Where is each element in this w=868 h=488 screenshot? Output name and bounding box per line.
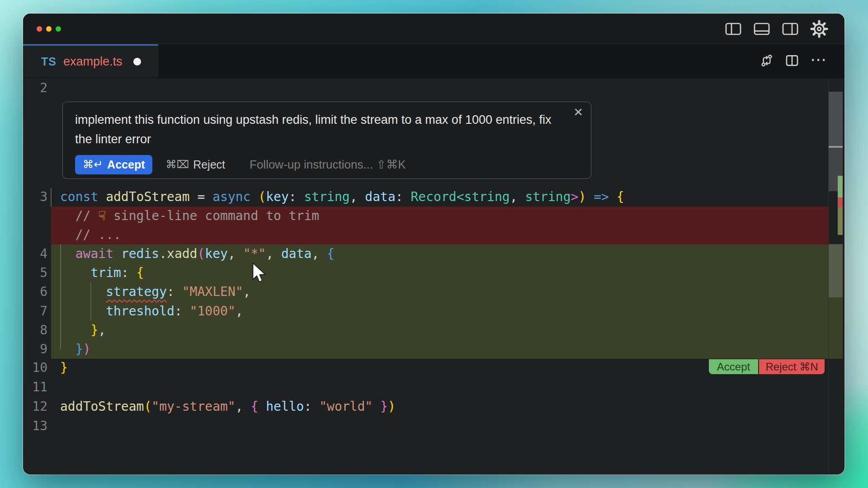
code-token: } [90, 323, 98, 338]
code-token: ) [83, 342, 91, 357]
code-token: ) [388, 399, 396, 414]
unsaved-changes-dot-icon[interactable] [133, 58, 141, 66]
code-token [60, 342, 75, 357]
code-token [60, 323, 90, 338]
code-token [586, 189, 594, 204]
code-token: > [571, 189, 579, 204]
code-token: xadd [167, 246, 197, 261]
code-token [258, 399, 266, 414]
code-token: // [60, 208, 98, 223]
close-icon[interactable]: × [574, 103, 583, 121]
code-token: await [75, 246, 113, 261]
tab-example-ts[interactable]: TS example.ts [23, 44, 158, 77]
code-token: async [212, 189, 250, 204]
layout-sidebar-left-icon[interactable] [725, 22, 742, 36]
code-token: Record [411, 189, 457, 204]
diff-accept-button[interactable]: Accept [709, 359, 758, 374]
code-token: } [75, 342, 83, 357]
code-token: , [311, 246, 327, 261]
diff-reject-button[interactable]: Reject ⌘N [759, 359, 825, 374]
code-token: string [525, 189, 571, 204]
code-line[interactable]: strategy: "MAXLEN", [60, 282, 250, 301]
code-token: , [350, 189, 365, 204]
code-line[interactable]: // ... [60, 225, 121, 244]
overview-ruler-deleted-mark [838, 197, 843, 207]
scrollbar-thumb[interactable] [829, 92, 843, 146]
titlebar-actions [725, 14, 828, 44]
code-token [373, 399, 380, 414]
tab-actions: ⋯ [760, 44, 826, 79]
reject-shortcut-keys: ⌘⌧ [165, 158, 189, 171]
code-token: } [380, 399, 388, 414]
code-token: { [617, 189, 624, 204]
reject-button[interactable]: ⌘⌧ Reject [165, 158, 225, 171]
zoom-window-button[interactable] [56, 26, 61, 32]
code-token: hello [266, 399, 304, 414]
inline-edit-prompt: implement this function using upstash re… [62, 102, 591, 179]
code-token: { [327, 246, 335, 261]
code-line[interactable]: }) [60, 340, 90, 359]
compare-changes-icon[interactable] [760, 53, 774, 70]
code-line[interactable]: await redis.xadd(key, "*", data, { [60, 244, 335, 263]
code-token: { [250, 399, 258, 414]
code-token: addToStream [60, 399, 144, 414]
code-token [113, 246, 121, 261]
code-line[interactable]: }, [60, 321, 106, 340]
gutter-line-number: 4 [23, 244, 47, 263]
code-token: : [304, 399, 319, 414]
tabbar: TS example.ts [23, 44, 844, 79]
code-token [250, 189, 258, 204]
code-token: , [228, 246, 243, 261]
code-token [60, 304, 106, 319]
close-window-button[interactable] [37, 26, 42, 32]
code-line[interactable]: trim: { [60, 263, 144, 282]
code-token: data [365, 189, 395, 204]
code-line[interactable]: addToStream("my-stream", { hello: "world… [60, 397, 396, 416]
code-token: } [60, 360, 68, 375]
accept-label: Accept [107, 158, 145, 171]
code-token [60, 246, 75, 261]
settings-gear-icon[interactable] [810, 20, 828, 38]
code-token: "world" [319, 399, 373, 414]
gutter-line-number: 11 [23, 378, 47, 397]
code-token: , [510, 189, 525, 204]
split-editor-icon[interactable] [785, 53, 799, 70]
editor-window: TS example.ts [23, 14, 844, 474]
code-token: , [98, 323, 106, 338]
code-token: < [457, 189, 464, 204]
edit-range-marker [51, 188, 52, 206]
code-token: data [281, 246, 311, 261]
code-line[interactable]: // ☟ single-line command to trim [60, 206, 319, 225]
error-token: strategy [106, 284, 167, 299]
more-actions-icon[interactable]: ⋯ [810, 52, 826, 71]
code-line[interactable]: } [60, 358, 68, 377]
code-token: ( [144, 399, 151, 414]
code-token: . [159, 246, 167, 261]
gutter-line-number: 13 [23, 417, 47, 436]
gutter-line-number: 6 [23, 282, 47, 301]
layout-sidebar-right-icon[interactable] [782, 22, 799, 36]
code-token: string [304, 189, 349, 204]
code-line[interactable]: threshold: "1000", [60, 302, 243, 321]
gutter-line-number: 2 [23, 79, 47, 98]
code-line[interactable]: const addToStream = async (key: string, … [60, 188, 624, 206]
code-token: , [243, 284, 251, 299]
code-token: : [121, 265, 137, 280]
code-token: "my-stream" [151, 399, 235, 414]
code-token: redis [121, 246, 159, 261]
minimize-window-button[interactable] [46, 26, 52, 32]
gutter-line-number: 9 [23, 340, 47, 359]
accept-shortcut-keys: ⌘↵ [83, 158, 103, 171]
gutter-line-number: 5 [23, 263, 47, 282]
code-token: ☟ [98, 208, 106, 223]
code-token: ( [258, 189, 266, 204]
accept-button[interactable]: ⌘↵ Accept [75, 155, 152, 174]
code-token [60, 265, 90, 280]
followup-instructions-input[interactable]: Follow-up instructions... ⇧⌘K [250, 158, 406, 172]
layout-panel-bottom-icon[interactable] [753, 22, 770, 36]
code-token: single-line command to trim [106, 208, 319, 223]
prompt-instruction-text: implement this function using upstash re… [75, 110, 570, 149]
overview-ruler-added-mark [838, 176, 843, 197]
tab-filename: example.ts [63, 55, 123, 69]
code-token: addToStream [98, 189, 189, 204]
